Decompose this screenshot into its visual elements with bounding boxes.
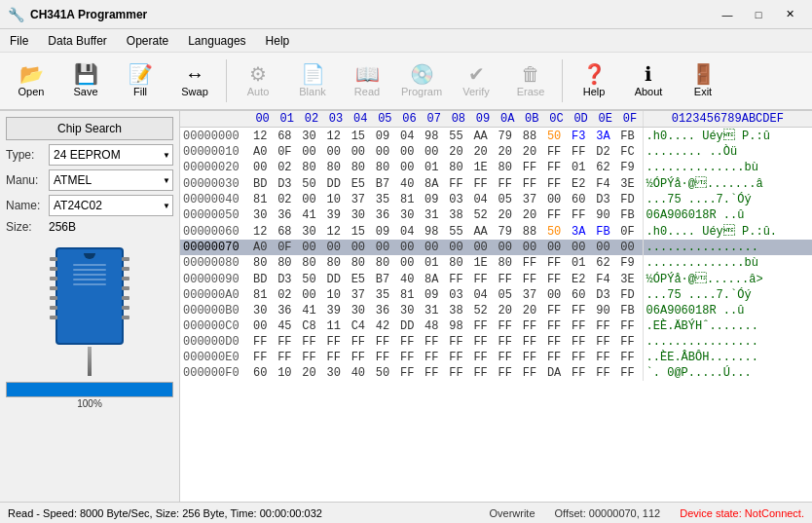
hex-cell[interactable]: 00 bbox=[373, 144, 397, 160]
hex-cell[interactable]: AA bbox=[470, 128, 495, 145]
hex-cell[interactable]: FF bbox=[250, 334, 275, 350]
hex-cell[interactable]: 00 bbox=[397, 160, 422, 175]
hex-cell[interactable]: FB bbox=[593, 223, 617, 240]
hex-cell[interactable]: 00 bbox=[299, 287, 323, 303]
hex-cell[interactable]: 01 bbox=[569, 255, 593, 271]
hex-cell[interactable]: FF bbox=[397, 350, 422, 365]
hex-cell[interactable]: 0F bbox=[617, 223, 643, 240]
hex-cell[interactable]: FD bbox=[617, 287, 643, 303]
hex-cell[interactable]: 81 bbox=[397, 192, 422, 207]
save-button[interactable]: 💾Save bbox=[60, 56, 111, 106]
hex-cell[interactable]: FF bbox=[569, 318, 593, 334]
hex-cell[interactable]: 02 bbox=[275, 287, 299, 303]
hex-cell[interactable]: FF bbox=[520, 318, 544, 334]
hex-cell[interactable]: 60 bbox=[569, 287, 593, 303]
hex-cell[interactable]: 50 bbox=[299, 271, 323, 287]
hex-cell[interactable]: FF bbox=[520, 271, 544, 287]
hex-cell[interactable]: FF bbox=[397, 334, 422, 350]
hex-cell[interactable]: 88 bbox=[520, 128, 544, 145]
hex-cell[interactable]: 81 bbox=[397, 287, 422, 303]
hex-cell[interactable]: BD bbox=[250, 271, 275, 287]
hex-cell[interactable]: FF bbox=[520, 160, 544, 175]
hex-cell[interactable]: 00 bbox=[397, 144, 422, 160]
name-select[interactable]: AT24C02 bbox=[54, 199, 168, 212]
hex-cell[interactable]: FD bbox=[617, 192, 643, 207]
close-button[interactable]: ✕ bbox=[775, 5, 804, 24]
hex-cell[interactable]: FF bbox=[617, 350, 643, 365]
table-row[interactable]: 000000B0303641393036303138522020FFFF90FB… bbox=[180, 303, 812, 318]
hex-cell[interactable]: 68 bbox=[275, 128, 299, 145]
hex-cell[interactable]: 38 bbox=[446, 303, 470, 318]
hex-cell[interactable]: 62 bbox=[593, 255, 617, 271]
hex-cell[interactable]: 35 bbox=[373, 287, 397, 303]
hex-cell[interactable]: FF bbox=[496, 318, 520, 334]
table-row[interactable]: 00000030BDD350DDE5B7408AFFFFFFFFFFE2F43E… bbox=[180, 175, 812, 192]
hex-cell[interactable]: FF bbox=[569, 207, 593, 223]
menu-item-languages[interactable]: Languages bbox=[178, 29, 255, 52]
hex-cell[interactable]: 09 bbox=[373, 128, 397, 145]
hex-cell[interactable]: 41 bbox=[299, 207, 323, 223]
hex-cell[interactable]: 00 bbox=[544, 240, 569, 255]
hex-cell[interactable]: 20 bbox=[496, 144, 520, 160]
hex-cell[interactable]: 20 bbox=[470, 144, 495, 160]
hex-cell[interactable]: 15 bbox=[349, 223, 373, 240]
hex-cell[interactable]: 80 bbox=[446, 160, 470, 175]
hex-cell[interactable]: 36 bbox=[373, 207, 397, 223]
hex-cell[interactable]: DD bbox=[323, 175, 348, 192]
hex-cell[interactable]: 04 bbox=[470, 287, 495, 303]
hex-cell[interactable]: FF bbox=[544, 255, 569, 271]
hex-cell[interactable]: FF bbox=[569, 144, 593, 160]
hex-cell[interactable]: 36 bbox=[373, 303, 397, 318]
hex-cell[interactable]: FF bbox=[569, 334, 593, 350]
hex-cell[interactable]: 05 bbox=[496, 192, 520, 207]
table-row[interactable]: 000000200002808080800001801E80FFFF0162F9… bbox=[180, 160, 812, 175]
hex-cell[interactable]: FF bbox=[520, 255, 544, 271]
hex-cell[interactable]: 00 bbox=[422, 144, 446, 160]
hex-cell[interactable]: 00 bbox=[496, 240, 520, 255]
hex-cell[interactable]: 80 bbox=[275, 255, 299, 271]
table-row[interactable]: 00000010A00F00000000000020202020FFFFD2FC… bbox=[180, 144, 812, 160]
hex-cell[interactable]: F4 bbox=[593, 175, 617, 192]
hex-cell[interactable]: 12 bbox=[323, 223, 348, 240]
hex-cell[interactable]: 52 bbox=[470, 207, 495, 223]
hex-cell[interactable]: FF bbox=[544, 175, 569, 192]
open-button[interactable]: 📂Open bbox=[6, 56, 56, 106]
hex-cell[interactable]: FF bbox=[422, 350, 446, 365]
hex-cell[interactable]: 09 bbox=[422, 192, 446, 207]
hex-cell[interactable]: 00 bbox=[446, 240, 470, 255]
hex-cell[interactable]: 00 bbox=[299, 240, 323, 255]
hex-cell[interactable]: FF bbox=[544, 144, 569, 160]
hex-cell[interactable]: 1E bbox=[470, 255, 495, 271]
hex-cell[interactable]: 20 bbox=[496, 207, 520, 223]
hex-cell[interactable]: 00 bbox=[250, 318, 275, 334]
hex-cell[interactable]: F3 bbox=[569, 128, 593, 145]
hex-cell[interactable]: 00 bbox=[617, 240, 643, 255]
hex-cell[interactable]: FF bbox=[569, 365, 593, 381]
hex-cell[interactable]: FF bbox=[544, 271, 569, 287]
hex-cell[interactable]: FF bbox=[520, 350, 544, 365]
hex-cell[interactable]: 20 bbox=[496, 303, 520, 318]
hex-cell[interactable]: A0 bbox=[250, 240, 275, 255]
hex-cell[interactable]: 09 bbox=[422, 287, 446, 303]
hex-cell[interactable]: FF bbox=[446, 365, 470, 381]
hex-cell[interactable]: FC bbox=[617, 144, 643, 160]
hex-cell[interactable]: FF bbox=[520, 334, 544, 350]
hex-cell[interactable]: 00 bbox=[299, 144, 323, 160]
hex-cell[interactable]: BD bbox=[250, 175, 275, 192]
hex-cell[interactable]: 80 bbox=[323, 160, 348, 175]
hex-cell[interactable]: FF bbox=[496, 271, 520, 287]
hex-cell[interactable]: 80 bbox=[496, 160, 520, 175]
hex-cell[interactable]: 00 bbox=[544, 192, 569, 207]
hex-cell[interactable]: 80 bbox=[299, 160, 323, 175]
hex-cell[interactable]: 8A bbox=[422, 175, 446, 192]
hex-cell[interactable]: 02 bbox=[275, 192, 299, 207]
table-row[interactable]: 000000F0601020304050FFFFFFFFFFFFDAFFFFFF… bbox=[180, 365, 812, 381]
hex-cell[interactable]: FF bbox=[593, 318, 617, 334]
hex-cell[interactable]: FF bbox=[520, 175, 544, 192]
hex-cell[interactable]: 36 bbox=[275, 207, 299, 223]
hex-cell[interactable]: 00 bbox=[520, 240, 544, 255]
hex-cell[interactable]: 00 bbox=[299, 192, 323, 207]
hex-cell[interactable]: 80 bbox=[496, 255, 520, 271]
hex-cell[interactable]: 01 bbox=[422, 255, 446, 271]
hex-cell[interactable]: 09 bbox=[373, 223, 397, 240]
